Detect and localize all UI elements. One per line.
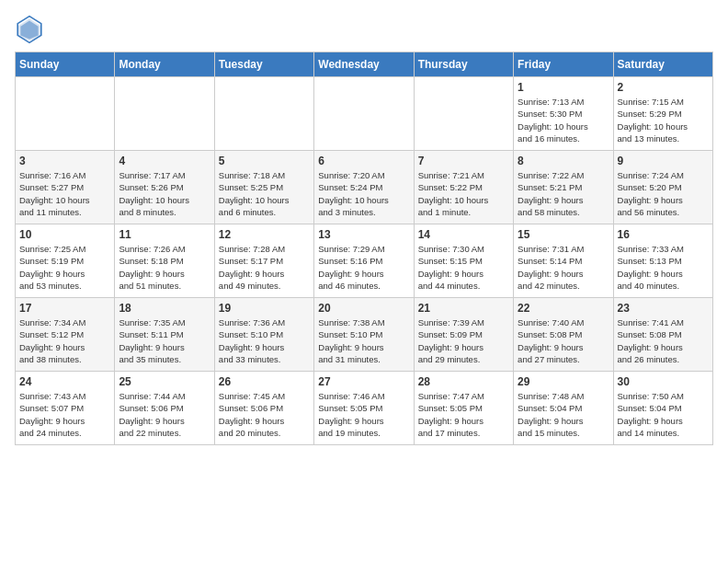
calendar-cell: 27Sunrise: 7:46 AM Sunset: 5:05 PM Dayli… (314, 372, 414, 445)
day-number: 22 (518, 302, 609, 315)
calendar-cell: 21Sunrise: 7:39 AM Sunset: 5:09 PM Dayli… (414, 298, 513, 372)
day-info: Sunrise: 7:44 AM Sunset: 5:06 PM Dayligh… (119, 390, 210, 439)
calendar-cell: 17Sunrise: 7:34 AM Sunset: 5:12 PM Dayli… (16, 298, 115, 372)
day-number: 27 (318, 375, 409, 388)
page-header (15, 15, 713, 44)
weekday-header: Monday (115, 52, 214, 77)
weekday-header: Sunday (16, 52, 115, 77)
day-info: Sunrise: 7:18 AM Sunset: 5:25 PM Dayligh… (219, 169, 310, 218)
day-info: Sunrise: 7:31 AM Sunset: 5:14 PM Dayligh… (518, 243, 609, 292)
day-info: Sunrise: 7:34 AM Sunset: 5:12 PM Dayligh… (19, 316, 110, 365)
day-info: Sunrise: 7:16 AM Sunset: 5:27 PM Dayligh… (19, 169, 110, 218)
day-number: 2 (618, 81, 709, 94)
calendar-cell: 28Sunrise: 7:47 AM Sunset: 5:05 PM Dayli… (414, 372, 513, 445)
day-number: 29 (518, 375, 609, 388)
day-number: 8 (518, 155, 609, 167)
day-number: 16 (618, 228, 709, 241)
calendar-cell: 9Sunrise: 7:24 AM Sunset: 5:20 PM Daylig… (613, 151, 712, 224)
calendar-table: SundayMondayTuesdayWednesdayThursdayFrid… (15, 52, 713, 445)
day-info: Sunrise: 7:50 AM Sunset: 5:04 PM Dayligh… (618, 390, 709, 439)
calendar-week-row: 24Sunrise: 7:43 AM Sunset: 5:07 PM Dayli… (16, 372, 713, 445)
day-number: 7 (418, 155, 509, 167)
day-info: Sunrise: 7:21 AM Sunset: 5:22 PM Dayligh… (418, 169, 509, 218)
day-number: 3 (19, 155, 110, 167)
day-info: Sunrise: 7:25 AM Sunset: 5:19 PM Dayligh… (19, 243, 110, 292)
calendar-cell: 8Sunrise: 7:22 AM Sunset: 5:21 PM Daylig… (514, 151, 613, 224)
calendar-cell: 11Sunrise: 7:26 AM Sunset: 5:18 PM Dayli… (115, 224, 214, 298)
day-number: 25 (119, 375, 210, 388)
weekday-header: Saturday (613, 52, 712, 77)
day-info: Sunrise: 7:36 AM Sunset: 5:10 PM Dayligh… (219, 316, 310, 365)
day-info: Sunrise: 7:43 AM Sunset: 5:07 PM Dayligh… (19, 390, 110, 439)
calendar-cell: 1Sunrise: 7:13 AM Sunset: 5:30 PM Daylig… (514, 77, 613, 151)
calendar-cell: 19Sunrise: 7:36 AM Sunset: 5:10 PM Dayli… (214, 298, 313, 372)
calendar-cell: 30Sunrise: 7:50 AM Sunset: 5:04 PM Dayli… (613, 372, 712, 445)
day-info: Sunrise: 7:40 AM Sunset: 5:08 PM Dayligh… (518, 316, 609, 365)
calendar-week-row: 1Sunrise: 7:13 AM Sunset: 5:30 PM Daylig… (16, 77, 713, 151)
calendar-cell: 4Sunrise: 7:17 AM Sunset: 5:26 PM Daylig… (115, 151, 214, 224)
day-number: 23 (618, 302, 709, 315)
day-info: Sunrise: 7:35 AM Sunset: 5:11 PM Dayligh… (119, 316, 210, 365)
day-info: Sunrise: 7:46 AM Sunset: 5:05 PM Dayligh… (318, 390, 409, 439)
calendar-cell: 10Sunrise: 7:25 AM Sunset: 5:19 PM Dayli… (16, 224, 115, 298)
calendar-header: SundayMondayTuesdayWednesdayThursdayFrid… (16, 52, 713, 77)
calendar-cell (414, 77, 513, 151)
day-info: Sunrise: 7:47 AM Sunset: 5:05 PM Dayligh… (418, 390, 509, 439)
day-number: 24 (19, 375, 110, 388)
day-number: 28 (418, 375, 509, 388)
calendar-cell: 18Sunrise: 7:35 AM Sunset: 5:11 PM Dayli… (115, 298, 214, 372)
day-number: 26 (219, 375, 310, 388)
calendar-cell: 12Sunrise: 7:28 AM Sunset: 5:17 PM Dayli… (214, 224, 313, 298)
calendar-body: 1Sunrise: 7:13 AM Sunset: 5:30 PM Daylig… (16, 77, 713, 445)
day-info: Sunrise: 7:48 AM Sunset: 5:04 PM Dayligh… (518, 390, 609, 439)
calendar-cell: 25Sunrise: 7:44 AM Sunset: 5:06 PM Dayli… (115, 372, 214, 445)
day-info: Sunrise: 7:41 AM Sunset: 5:08 PM Dayligh… (618, 316, 709, 365)
day-number: 18 (119, 302, 210, 315)
weekday-header: Friday (514, 52, 613, 77)
day-number: 20 (318, 302, 409, 315)
day-number: 30 (618, 375, 709, 388)
calendar-cell: 3Sunrise: 7:16 AM Sunset: 5:27 PM Daylig… (16, 151, 115, 224)
calendar-cell: 6Sunrise: 7:20 AM Sunset: 5:24 PM Daylig… (314, 151, 414, 224)
day-number: 13 (318, 228, 409, 241)
logo-icon (15, 15, 44, 44)
day-number: 10 (19, 228, 110, 241)
calendar-cell: 22Sunrise: 7:40 AM Sunset: 5:08 PM Dayli… (514, 298, 613, 372)
weekday-header: Tuesday (214, 52, 313, 77)
day-info: Sunrise: 7:22 AM Sunset: 5:21 PM Dayligh… (518, 169, 609, 218)
calendar-cell: 29Sunrise: 7:48 AM Sunset: 5:04 PM Dayli… (514, 372, 613, 445)
day-info: Sunrise: 7:26 AM Sunset: 5:18 PM Dayligh… (119, 243, 210, 292)
calendar-cell: 15Sunrise: 7:31 AM Sunset: 5:14 PM Dayli… (514, 224, 613, 298)
day-number: 9 (618, 155, 709, 167)
day-number: 1 (518, 81, 609, 94)
day-info: Sunrise: 7:15 AM Sunset: 5:29 PM Dayligh… (618, 96, 709, 144)
calendar-cell: 2Sunrise: 7:15 AM Sunset: 5:29 PM Daylig… (613, 77, 712, 151)
calendar-cell: 23Sunrise: 7:41 AM Sunset: 5:08 PM Dayli… (613, 298, 712, 372)
calendar-cell: 7Sunrise: 7:21 AM Sunset: 5:22 PM Daylig… (414, 151, 513, 224)
day-number: 14 (418, 228, 509, 241)
calendar-cell: 26Sunrise: 7:45 AM Sunset: 5:06 PM Dayli… (214, 372, 313, 445)
calendar-cell (115, 77, 214, 151)
calendar-cell (214, 77, 313, 151)
calendar-cell (16, 77, 115, 151)
calendar-cell: 14Sunrise: 7:30 AM Sunset: 5:15 PM Dayli… (414, 224, 513, 298)
weekday-header: Thursday (414, 52, 513, 77)
day-number: 15 (518, 228, 609, 241)
day-info: Sunrise: 7:39 AM Sunset: 5:09 PM Dayligh… (418, 316, 509, 365)
calendar-week-row: 17Sunrise: 7:34 AM Sunset: 5:12 PM Dayli… (16, 298, 713, 372)
day-number: 19 (219, 302, 310, 315)
logo (15, 15, 48, 44)
day-number: 6 (318, 155, 409, 167)
day-info: Sunrise: 7:28 AM Sunset: 5:17 PM Dayligh… (219, 243, 310, 292)
day-info: Sunrise: 7:30 AM Sunset: 5:15 PM Dayligh… (418, 243, 509, 292)
day-info: Sunrise: 7:13 AM Sunset: 5:30 PM Dayligh… (518, 96, 609, 144)
day-info: Sunrise: 7:38 AM Sunset: 5:10 PM Dayligh… (318, 316, 409, 365)
calendar-week-row: 10Sunrise: 7:25 AM Sunset: 5:19 PM Dayli… (16, 224, 713, 298)
day-number: 17 (19, 302, 110, 315)
day-info: Sunrise: 7:29 AM Sunset: 5:16 PM Dayligh… (318, 243, 409, 292)
calendar-cell: 5Sunrise: 7:18 AM Sunset: 5:25 PM Daylig… (214, 151, 313, 224)
day-number: 12 (219, 228, 310, 241)
day-info: Sunrise: 7:45 AM Sunset: 5:06 PM Dayligh… (219, 390, 310, 439)
header-row: SundayMondayTuesdayWednesdayThursdayFrid… (16, 52, 713, 77)
weekday-header: Wednesday (314, 52, 414, 77)
